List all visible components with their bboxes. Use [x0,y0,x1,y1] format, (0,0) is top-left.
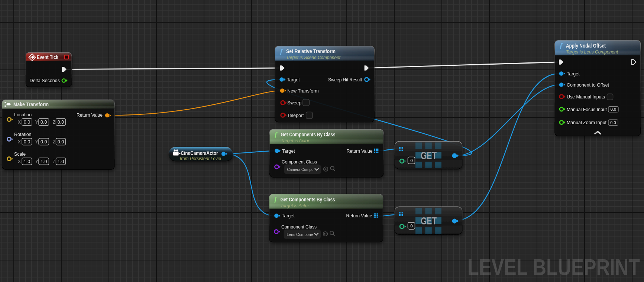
svg-text:GET: GET [421,150,437,161]
svg-text:Target: Target [282,213,295,218]
svg-text:0.0: 0.0 [58,139,64,145]
svg-text:Lens Compone: Lens Compone [287,232,313,237]
svg-text:Scale: Scale [14,152,26,157]
svg-text:1.0: 1.0 [24,159,30,164]
svg-text:X: X [18,159,21,164]
svg-text:Teleport: Teleport [287,113,304,118]
svg-text:0.0: 0.0 [41,120,47,125]
svg-text:ƒ: ƒ [560,42,563,49]
svg-text:New Transform: New Transform [287,88,319,94]
svg-text:Rotation: Rotation [14,132,32,137]
svg-text:Sweep Hit Result: Sweep Hit Result [328,77,362,82]
svg-text:Set Relative Transform: Set Relative Transform [286,48,336,54]
svg-text:Target is Scene Component: Target is Scene Component [286,55,341,60]
svg-text:Sweep: Sweep [287,100,301,106]
svg-text:Manual Zoom Input: Manual Zoom Input [567,120,607,125]
svg-text:Apply Nodal Offset: Apply Nodal Offset [566,43,606,49]
svg-text:Z: Z [53,159,56,164]
svg-text:Target: Target [282,149,295,154]
svg-text:Return Value: Return Value [347,149,373,154]
svg-text:Return Value: Return Value [77,113,103,118]
svg-text:Manual Focus Input: Manual Focus Input [567,107,607,112]
svg-text:Y: Y [35,120,39,125]
svg-text:Use Manual Inputs: Use Manual Inputs [567,94,605,100]
svg-text:Location: Location [14,112,32,117]
svg-text:0: 0 [410,158,412,163]
svg-text:Target: Target [567,71,580,77]
svg-text:0.0: 0.0 [58,120,64,125]
svg-text:Y: Y [35,159,39,164]
svg-text:LEVEL BLUEPRINT: LEVEL BLUEPRINT [467,254,640,280]
svg-text:Component Class: Component Class [282,159,317,165]
svg-text:Z: Z [53,139,56,145]
svg-text:Z: Z [53,120,56,125]
svg-text:Return Value: Return Value [346,213,372,218]
svg-text:0.0: 0.0 [24,139,30,145]
svg-text:Make Transform: Make Transform [13,101,49,107]
svg-text:0.0: 0.0 [24,120,30,125]
svg-text:Delta Seconds: Delta Seconds [30,78,60,83]
svg-text:1.0: 1.0 [41,159,47,164]
svg-text:Get Components By Class: Get Components By Class [281,197,335,202]
svg-text:0: 0 [410,224,412,228]
svg-text:Y: Y [35,139,39,145]
svg-text:Camera Compo: Camera Compo [287,167,314,172]
svg-text:Target is Actor: Target is Actor [281,138,310,143]
svg-text:ƒ: ƒ [280,48,283,55]
svg-text:0.0: 0.0 [611,107,616,111]
svg-text:X: X [18,120,21,125]
svg-text:X: X [18,139,21,145]
svg-text:from Persistent Level: from Persistent Level [180,156,221,161]
svg-text:Target is Actor: Target is Actor [281,203,310,208]
svg-text:Get Components By Class: Get Components By Class [281,132,336,137]
svg-text:ƒ: ƒ [274,196,277,203]
svg-text:Target is Lens Component: Target is Lens Component [566,49,618,55]
svg-text:Component Class: Component Class [281,224,317,230]
svg-text:0.0: 0.0 [610,120,616,125]
svg-text:ƒ: ƒ [274,131,278,138]
svg-text:Target: Target [287,77,300,82]
svg-text:Component to Offset: Component to Offset [567,82,609,88]
svg-text:0.0: 0.0 [41,139,47,145]
svg-text:GET: GET [421,215,437,227]
svg-text:Event Tick: Event Tick [37,54,59,60]
svg-text:1.0: 1.0 [58,159,64,164]
